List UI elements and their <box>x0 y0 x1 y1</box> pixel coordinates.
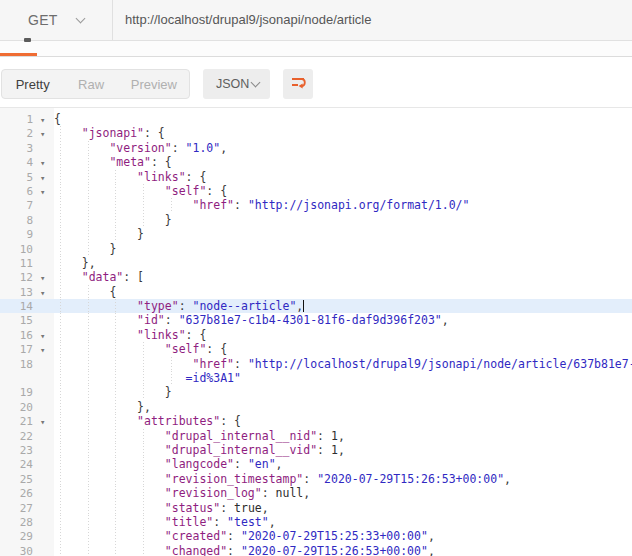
code-line[interactable]: 11 }, <box>0 256 632 270</box>
pretty-button[interactable]: Pretty <box>2 70 63 98</box>
line-number: 18 <box>2 358 36 372</box>
code-line[interactable]: 8 } <box>0 213 632 227</box>
code-line[interactable]: 9 } <box>0 227 632 241</box>
postman-response-view: GET Pretty Raw Preview JSON <box>0 0 632 556</box>
line-number: 11 <box>2 257 36 271</box>
fold-arrow-icon[interactable]: ▾ <box>36 113 54 127</box>
code-line[interactable]: =id%3A1" <box>0 371 632 385</box>
code-line[interactable]: 26 "revision_log": null, <box>0 486 632 500</box>
indent-guides <box>54 501 165 515</box>
json-token: "meta" <box>109 155 151 169</box>
line-number: 13 <box>2 286 36 300</box>
language-label: JSON <box>216 77 249 91</box>
json-token: =id%3A1" <box>186 371 241 385</box>
line-number: 1 <box>2 113 36 127</box>
json-token: , <box>276 457 283 471</box>
request-bar: GET <box>0 0 632 41</box>
wrap-text-button[interactable] <box>283 69 313 99</box>
indent-guides <box>54 472 165 486</box>
json-token: "2020-07-29T15:25:33+00:00" <box>241 529 428 543</box>
json-token: "en" <box>248 457 276 471</box>
fold-arrow-icon[interactable]: ▾ <box>36 286 54 300</box>
line-number: 16 <box>2 329 36 343</box>
line-number: 17 <box>2 343 36 357</box>
indent-guides <box>54 299 137 313</box>
indent-guides <box>54 328 137 342</box>
json-token: : <box>317 443 331 457</box>
code-line[interactable]: 14 "type": "node--article", <box>0 299 632 313</box>
json-token: "langcode" <box>165 457 234 471</box>
code-line[interactable]: 13▾ { <box>0 285 632 299</box>
code-line[interactable]: 17▾ "self": { <box>0 342 632 356</box>
response-body[interactable]: 1▾{2▾ "jsonapi": {3 "version": "1.0",4▾ … <box>0 108 632 556</box>
line-number: 25 <box>2 473 36 487</box>
code-line[interactable]: 10 } <box>0 242 632 256</box>
fold-arrow-icon[interactable]: ▾ <box>36 185 54 199</box>
raw-button[interactable]: Raw <box>63 70 118 98</box>
code-line[interactable]: 30 "changed": "2020-07-29T15:26:53+00:00… <box>0 544 632 556</box>
code-line[interactable]: 4▾ "meta": { <box>0 155 632 169</box>
method-dropdown[interactable]: GET <box>0 0 113 40</box>
json-token: , <box>303 486 310 500</box>
code-line[interactable]: 29 "created": "2020-07-29T15:25:33+00:00… <box>0 529 632 543</box>
indent-guides <box>54 227 137 241</box>
fold-arrow-icon[interactable]: ▾ <box>36 329 54 343</box>
json-token: : { <box>206 342 227 356</box>
line-number: 24 <box>2 458 36 472</box>
json-token: , <box>338 429 345 443</box>
code-line[interactable]: 25 "revision_timestamp": "2020-07-29T15:… <box>0 472 632 486</box>
code-line[interactable]: 21▾ "attributes": { <box>0 414 632 428</box>
code-line[interactable]: 7 "href": "http://jsonapi.org/format/1.0… <box>0 198 632 212</box>
wrap-text-icon <box>289 74 307 95</box>
url-input[interactable] <box>125 0 625 40</box>
code-line[interactable]: 27 "status": true, <box>0 501 632 515</box>
code-line[interactable]: 15 "id": "637b81e7-c1b4-4301-81f6-daf9d3… <box>0 313 632 327</box>
json-token: , <box>504 472 511 486</box>
json-token: , <box>269 515 276 529</box>
fold-arrow-icon[interactable]: ▾ <box>36 156 54 170</box>
fold-arrow-icon[interactable]: ▾ <box>36 127 54 141</box>
code-line[interactable]: 20 }, <box>0 400 632 414</box>
json-token: : { <box>186 328 207 342</box>
code-line[interactable]: 18 "href": "http://localhost/drupal9/jso… <box>0 357 632 371</box>
line-number: 12 <box>2 271 36 285</box>
json-token: , <box>442 313 449 327</box>
line-number: 10 <box>2 243 36 257</box>
code-line[interactable]: 12▾ "data": [ <box>0 270 632 284</box>
indent-guides <box>54 529 165 543</box>
fold-arrow-icon[interactable]: ▾ <box>36 343 54 357</box>
code-line[interactable]: 1▾{ <box>0 112 632 126</box>
json-token: "status" <box>165 501 220 515</box>
code-line[interactable]: 22 "drupal_internal__nid": 1, <box>0 429 632 443</box>
json-token: "self" <box>165 184 207 198</box>
line-number: 9 <box>2 228 36 242</box>
code-line[interactable]: 3 "version": "1.0", <box>0 141 632 155</box>
fold-arrow-icon[interactable]: ▾ <box>36 271 54 285</box>
fold-arrow-icon[interactable]: ▾ <box>36 415 54 429</box>
code-line[interactable]: 28 "title": "test", <box>0 515 632 529</box>
language-dropdown[interactable]: JSON <box>203 69 270 99</box>
view-mode-toggle: Pretty Raw Preview <box>1 69 190 99</box>
code-line[interactable]: 24 "langcode": "en", <box>0 457 632 471</box>
json-token: "test" <box>227 515 269 529</box>
fold-arrow-icon[interactable]: ▾ <box>36 171 54 185</box>
json-token: : <box>303 472 317 486</box>
code-line[interactable]: 19 } <box>0 385 632 399</box>
json-token: "created" <box>165 529 227 543</box>
indent-guides <box>54 544 165 556</box>
json-token: 1 <box>331 429 338 443</box>
json-token: "self" <box>165 342 207 356</box>
line-number: 15 <box>2 314 36 328</box>
indent-guides <box>54 357 192 371</box>
line-number: 6 <box>2 185 36 199</box>
code-line[interactable]: 5▾ "links": { <box>0 170 632 184</box>
json-token: "node--article" <box>193 299 297 313</box>
code-line[interactable]: 6▾ "self": { <box>0 184 632 198</box>
code-line[interactable]: 16▾ "links": { <box>0 328 632 342</box>
preview-button[interactable]: Preview <box>119 70 189 98</box>
code-line[interactable]: 23 "drupal_internal__vid": 1, <box>0 443 632 457</box>
json-token: "type" <box>137 299 179 313</box>
code-line[interactable]: 2▾ "jsonapi": { <box>0 126 632 140</box>
indent-guides <box>54 414 137 428</box>
text-cursor <box>303 300 304 312</box>
